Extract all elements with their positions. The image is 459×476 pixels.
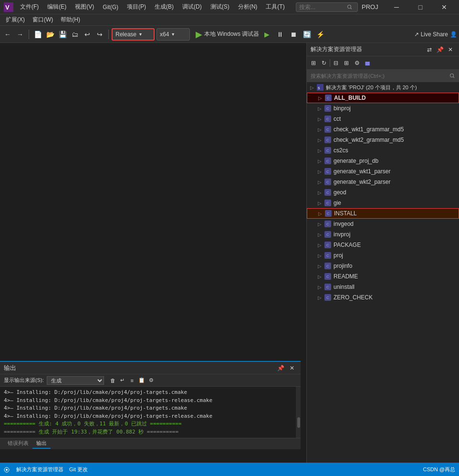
menu-view[interactable]: 视图(V) (71, 2, 98, 12)
configuration-dropdown[interactable]: Release ▼ (112, 28, 155, 41)
attach-button[interactable]: ⚡ (314, 29, 326, 40)
tree-item-gie[interactable]: ▷ C gie (307, 198, 459, 208)
solution-icon: s (316, 84, 324, 91)
se-close-button[interactable]: ✕ (446, 45, 455, 54)
save-button[interactable]: 💾 (57, 29, 68, 40)
solution-root-item[interactable]: ▷ s 解决方案 'PROJ' (20 个项目，共 20 个) (307, 82, 459, 93)
menu-file[interactable]: 文件(F) (16, 2, 42, 12)
se-search-input[interactable] (311, 73, 447, 79)
tree-item-cs2cs[interactable]: ▷ C cs2cs (307, 145, 459, 156)
gie-arrow-icon: ▷ (316, 200, 323, 206)
uninstall-cmake-icon: C (324, 283, 332, 291)
close-button[interactable]: ✕ (433, 0, 455, 14)
allbuild-label: ALL_BUILD (334, 95, 366, 101)
git-icon[interactable] (4, 466, 10, 472)
search-icon (347, 4, 353, 10)
output-close-button[interactable]: ✕ (287, 363, 297, 373)
undo-button[interactable]: ↩ (82, 29, 93, 40)
title-search-box[interactable] (296, 2, 358, 12)
open-button[interactable]: 📂 (44, 29, 56, 40)
save-all-button[interactable]: 🗂 (69, 29, 81, 40)
menu-window[interactable]: 窗口(W) (29, 15, 57, 25)
se-title-bar: 解决方案资源管理器 ⇄ 📌 ✕ (307, 43, 459, 56)
menu-project[interactable]: 项目(P) (123, 2, 150, 12)
svg-text:s: s (318, 85, 320, 90)
menu-analyze[interactable]: 分析(N) (234, 2, 261, 12)
se-toolbar-icon-3[interactable]: ⊟ (331, 58, 341, 68)
tree-item-proj[interactable]: ▷ C proj (307, 250, 459, 261)
tree-item-generate_wkt1_parser[interactable]: ▷ C generate_wkt1_parser (307, 166, 459, 177)
tree-item-ZERO_CHECK[interactable]: ▷ C ZERO_CHECK (307, 292, 459, 303)
tree-item-geod[interactable]: ▷ C geod (307, 187, 459, 198)
tree-item-invgeod[interactable]: ▷ C invgeod (307, 219, 459, 229)
output-pin-button[interactable]: 📌 (276, 363, 285, 373)
tree-item-check_wkt2_grammar_md5[interactable]: ▷ C check_wkt2_grammar_md5 (307, 135, 459, 145)
tree-item-invproj[interactable]: ▷ C invproj (307, 229, 459, 240)
se-sync-button[interactable]: ⇄ (425, 45, 434, 54)
menu-edit[interactable]: 编辑(E) (43, 2, 70, 12)
tree-item-README[interactable]: ▷ C README (307, 271, 459, 282)
tree-item-generate_wkt2_parser[interactable]: ▷ C generate_wkt2_parser (307, 177, 459, 187)
tree-item-binproj[interactable]: ▷ C binproj (307, 103, 459, 114)
allbuild-cmake-icon: C (324, 94, 332, 102)
live-share-button[interactable]: ↗ Live Share 👤 (414, 31, 457, 38)
menu-extensions[interactable]: 扩展(X) (2, 15, 29, 25)
tree-item-generate_proj_db[interactable]: ▷ C generate_proj_db (307, 156, 459, 166)
forward-button[interactable]: → (14, 29, 26, 40)
output-scrollbar[interactable] (296, 387, 301, 438)
start-debug-button[interactable]: ▶ (196, 29, 202, 40)
gw1p-cmake-icon: C (324, 168, 332, 175)
output-scrollbar-thumb[interactable] (297, 417, 300, 427)
output-copy-button[interactable]: 📋 (137, 376, 146, 385)
output-clear-button[interactable]: 🗑 (109, 376, 117, 385)
toolbar: ← → 📄 📂 💾 🗂 ↩ ↪ Release ▼ x64 ▼ ▶ 本地 Win… (0, 26, 459, 43)
tree-item-uninstall[interactable]: ▷ C uninstall (307, 282, 459, 292)
output-source-select[interactable]: 生成 (47, 376, 104, 385)
se-toolbar-icon-5[interactable]: ⚙ (352, 58, 362, 68)
maximize-button[interactable]: □ (409, 0, 431, 14)
solution-root-label: 解决方案 'PROJ' (20 个项目，共 20 个) (326, 84, 417, 91)
restart-button[interactable]: 🔄 (301, 29, 313, 40)
se-toolbar-icon-4[interactable]: ⊞ (342, 58, 351, 68)
tab-output[interactable]: 输出 (32, 439, 51, 449)
menu-help[interactable]: 帮助(H) (57, 15, 84, 25)
back-button[interactable]: ← (2, 29, 13, 40)
menu-debug[interactable]: 调试(D) (178, 2, 206, 12)
output-line-6: ========== 生成 开始于 19:33，并花费了 00.882 秒 ==… (4, 428, 292, 436)
se-search-bar (307, 70, 459, 82)
new-project-button[interactable]: 📄 (32, 29, 43, 40)
stop-button[interactable]: ⏹ (288, 29, 299, 40)
se-pin-button[interactable]: 📌 (435, 45, 445, 54)
gw1p-arrow-icon: ▷ (316, 168, 323, 175)
minimize-button[interactable]: ─ (386, 0, 407, 14)
platform-arrow-icon: ▼ (171, 32, 175, 37)
bottom-tabs-bar: 错误列表 输出 (0, 438, 301, 449)
tree-item-INSTALL[interactable]: ▷ C INSTALL (307, 208, 459, 219)
redo-button[interactable]: ↪ (94, 29, 105, 40)
tree-item-PACKAGE[interactable]: ▷ C PACKAGE (307, 240, 459, 250)
se-toolbar-icon-2[interactable]: ↻ (319, 58, 329, 68)
output-panel: 输出 📌 ✕ 显示输出来源(S): 生成 🗑 ↵ ≡ 📋 ⚙ (0, 361, 301, 449)
se-toolbar-icon-6[interactable]: ≣ (363, 58, 372, 68)
title-search-input[interactable] (299, 4, 347, 11)
pause-button[interactable]: ⏸ (274, 29, 286, 40)
status-git-changes[interactable]: Git 更改 (69, 466, 88, 473)
output-filter-button[interactable]: ≡ (128, 376, 136, 385)
se-toolbar-icon-1[interactable]: ⊞ (309, 58, 318, 68)
status-solution-explorer[interactable]: 解决方案资源管理器 (16, 466, 63, 473)
menu-build[interactable]: 生成(B) (151, 2, 177, 12)
toolbar-separator-1 (29, 30, 29, 39)
tree-item-cct[interactable]: ▷ C cct (307, 114, 459, 124)
platform-dropdown[interactable]: x64 ▼ (156, 28, 190, 41)
tree-item-ALL_BUILD[interactable]: ▷ C ALL_BUILD (307, 93, 459, 103)
menu-tools[interactable]: 工具(T) (262, 2, 288, 12)
debug-run-button[interactable]: ▶ (261, 29, 272, 40)
tree-item-projinfo[interactable]: ▷ C projinfo (307, 261, 459, 271)
tree-item-check_wkt1_grammar_md5[interactable]: ▷ C check_wkt1_grammar_md5 (307, 124, 459, 135)
output-settings-button[interactable]: ⚙ (147, 376, 156, 385)
menu-git[interactable]: Git(G) (99, 3, 122, 11)
menu-test[interactable]: 测试(S) (207, 2, 233, 12)
tab-error-list[interactable]: 错误列表 (4, 439, 32, 449)
proj-cmake-icon: C (324, 252, 332, 259)
output-wrap-button[interactable]: ↵ (118, 376, 127, 385)
